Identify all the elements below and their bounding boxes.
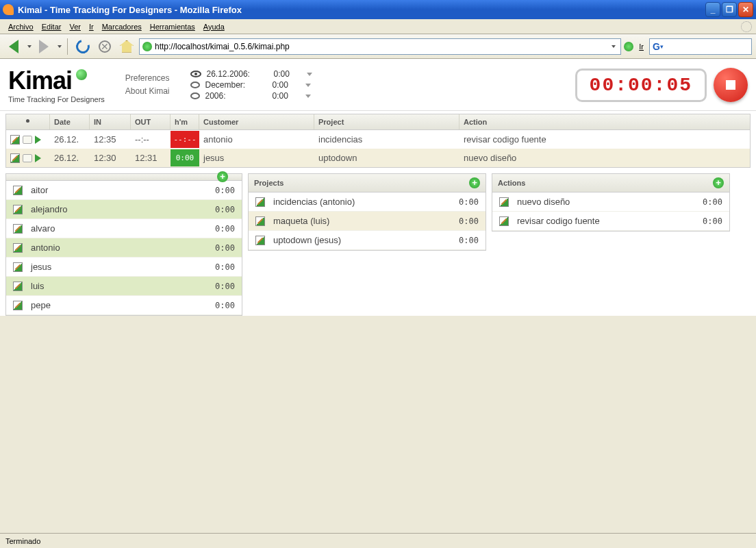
project-name: uptodown (jesus) xyxy=(273,235,459,245)
maximize-button[interactable]: ❐ xyxy=(722,2,737,17)
url-bar[interactable]: http://localhost/kimai_0.5.6/kimai.php xyxy=(139,38,621,55)
menu-editar[interactable]: Editar xyxy=(38,21,66,32)
cell-project: incidencias xyxy=(314,130,459,149)
edit-icon[interactable] xyxy=(255,216,265,226)
table-row[interactable]: 26.12. 12:30 12:31 0:00 jesus uptodown n… xyxy=(6,149,750,167)
edit-icon[interactable] xyxy=(499,197,509,207)
edit-icon[interactable] xyxy=(10,153,20,163)
th-date[interactable]: Date xyxy=(50,114,90,129)
menu-marcadores[interactable]: Marcadores xyxy=(98,21,146,32)
list-item[interactable]: alejandro 0:00 xyxy=(6,200,242,219)
th-in[interactable]: IN xyxy=(90,114,131,129)
stop-button[interactable]: ✕ xyxy=(95,37,114,56)
edit-icon[interactable] xyxy=(255,197,265,207)
list-item[interactable]: maqueta (luis) 0:00 xyxy=(249,212,486,231)
list-item[interactable]: nuevo diseño 0:00 xyxy=(492,192,729,212)
add-project-button[interactable]: + xyxy=(469,177,480,188)
th-out[interactable]: OUT xyxy=(131,114,171,129)
customer-name: jesus xyxy=(31,262,215,272)
table-header-row: Date IN OUT h'm Customer Project Action xyxy=(6,114,750,130)
customers-list[interactable]: aitor 0:00 alejandro 0:00 alvaro 0:00 an… xyxy=(6,181,242,315)
stop-record-button[interactable] xyxy=(714,68,748,102)
go-icon[interactable] xyxy=(624,42,633,51)
menu-archivo[interactable]: Archivo xyxy=(4,21,38,32)
url-dropdown-icon[interactable] xyxy=(608,45,618,48)
cell-customer: antonio xyxy=(199,130,314,149)
list-item[interactable]: alvaro 0:00 xyxy=(6,219,242,238)
url-text[interactable]: http://localhost/kimai_0.5.6/kimai.php xyxy=(155,42,608,51)
list-item[interactable]: pepe 0:00 xyxy=(6,296,242,315)
list-item[interactable]: incidencias (antonio) 0:00 xyxy=(249,192,486,212)
edit-icon[interactable] xyxy=(13,224,23,234)
home-button[interactable] xyxy=(117,37,136,56)
edit-icon[interactable] xyxy=(13,301,23,310)
project-time: 0:00 xyxy=(459,236,479,245)
play-icon[interactable] xyxy=(35,154,41,162)
loop-icon xyxy=(190,82,200,88)
th-customer[interactable]: Customer xyxy=(199,114,314,129)
list-item[interactable]: revisar codigo fuente 0:00 xyxy=(492,212,729,231)
cell-out: --:-- xyxy=(131,130,171,149)
edit-icon[interactable] xyxy=(13,282,23,291)
edit-icon[interactable] xyxy=(255,236,265,245)
forward-button[interactable] xyxy=(34,37,53,56)
stat-dropdown-icon[interactable] xyxy=(307,73,312,76)
projects-panel: Projects + incidencias (antonio) 0:00 ma… xyxy=(248,173,486,251)
status-text: Terminado xyxy=(5,537,40,545)
projects-header: Projects + xyxy=(249,174,486,192)
th-project[interactable]: Project xyxy=(314,114,459,129)
projects-title: Projects xyxy=(254,179,469,187)
menu-ir[interactable]: Ir xyxy=(85,21,98,32)
stat-dropdown-icon[interactable] xyxy=(305,95,311,98)
menu-bar: Archivo Editar Ver Ir Marcadores Herrami… xyxy=(0,19,756,34)
stat-month-label: December: xyxy=(205,80,267,90)
menu-ver[interactable]: Ver xyxy=(65,21,85,32)
add-action-button[interactable]: + xyxy=(713,177,724,188)
add-customer-button[interactable]: + xyxy=(217,171,228,182)
th-hm[interactable]: h'm xyxy=(171,114,199,129)
search-box[interactable]: G ▾ xyxy=(649,38,752,55)
cell-hm: --:-- xyxy=(171,131,199,148)
stop-icon xyxy=(726,80,735,90)
list-item[interactable]: antonio 0:00 xyxy=(6,238,242,258)
edit-icon[interactable] xyxy=(499,216,509,226)
go-label[interactable]: Ir xyxy=(639,42,644,51)
reload-button[interactable] xyxy=(73,37,92,56)
window-title: Kimai - Time Tracking For Designers - Mo… xyxy=(18,5,705,15)
back-dropdown-icon[interactable] xyxy=(27,45,32,48)
logo-tagline: Time Tracking For Designers xyxy=(8,95,105,103)
stat-dropdown-icon[interactable] xyxy=(305,84,311,87)
actions-panel: Actions + nuevo diseño 0:00 revisar codi… xyxy=(492,173,730,232)
edit-icon[interactable] xyxy=(13,205,23,214)
list-item[interactable]: jesus 0:00 xyxy=(6,258,242,277)
customer-time: 0:00 xyxy=(215,243,235,253)
app-header: Kimai Time Tracking For Designers Prefer… xyxy=(0,60,756,111)
close-button[interactable]: ✕ xyxy=(738,2,753,17)
loop-icon xyxy=(190,92,200,99)
th-action[interactable]: Action xyxy=(459,114,750,129)
minimize-button[interactable]: _ xyxy=(705,2,720,17)
menu-herramientas[interactable]: Herramientas xyxy=(146,21,199,32)
note-icon[interactable] xyxy=(23,154,32,162)
note-icon[interactable] xyxy=(23,136,32,144)
forward-dropdown-icon[interactable] xyxy=(58,45,62,48)
list-item[interactable]: uptodown (jesus) 0:00 xyxy=(249,231,486,250)
entries-table: Date IN OUT h'm Customer Project Action … xyxy=(5,114,751,168)
list-item[interactable]: luis 0:00 xyxy=(6,277,242,296)
cell-customer: jesus xyxy=(199,149,314,167)
back-button[interactable] xyxy=(4,37,23,56)
edit-icon[interactable] xyxy=(13,262,23,272)
menu-ayuda[interactable]: Ayuda xyxy=(199,21,229,32)
edit-icon[interactable] xyxy=(13,243,23,253)
edit-icon[interactable] xyxy=(10,135,20,145)
list-item[interactable]: aitor 0:00 xyxy=(6,181,242,200)
project-name: maqueta (luis) xyxy=(273,216,459,226)
play-icon[interactable] xyxy=(35,136,41,144)
th-icons xyxy=(6,114,50,129)
about-link[interactable]: About Kimai xyxy=(125,85,170,98)
preferences-link[interactable]: Preferences xyxy=(125,72,170,85)
edit-icon[interactable] xyxy=(13,186,23,195)
table-row[interactable]: 26.12. 12:35 --:-- --:-- antonio inciden… xyxy=(6,130,750,149)
customer-time: 0:00 xyxy=(215,282,235,291)
panels-row: + aitor 0:00 alejandro 0:00 alvaro 0:00 … xyxy=(5,173,751,316)
